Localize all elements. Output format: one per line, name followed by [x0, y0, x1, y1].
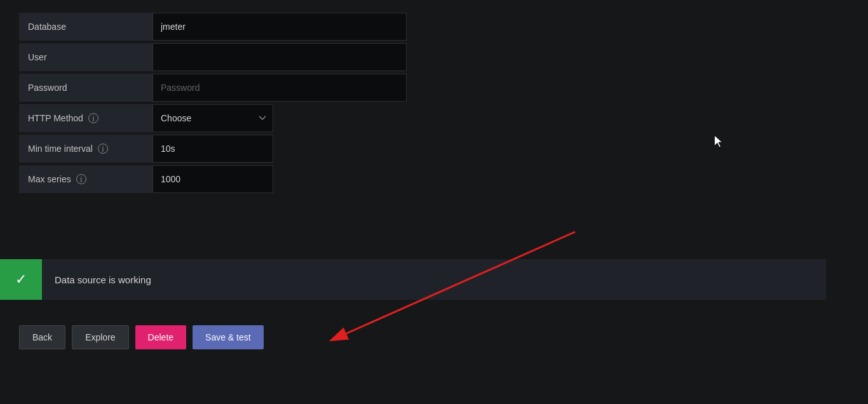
status-message: Data source is working [42, 259, 164, 300]
user-label-text: User [28, 52, 47, 62]
explore-button[interactable]: Explore [72, 325, 128, 349]
min-time-row: Min time interval i [19, 135, 426, 163]
max-series-info-icon[interactable]: i [76, 174, 86, 184]
http-method-label: HTTP Method i [19, 104, 153, 132]
max-series-input[interactable] [153, 165, 273, 193]
back-button[interactable]: Back [19, 325, 65, 349]
bottom-buttons: Back Explore Delete Save & test [0, 325, 868, 349]
save-test-button[interactable]: Save & test [193, 325, 264, 349]
http-method-label-text: HTTP Method [28, 113, 83, 123]
min-time-label-text: Min time interval [28, 144, 93, 154]
database-label: Database [19, 13, 153, 41]
password-label-text: Password [28, 83, 67, 93]
password-row: Password [19, 74, 426, 102]
main-content: Database User Password HTTP Method i Cho… [0, 0, 445, 208]
min-time-input[interactable] [153, 135, 273, 163]
database-row: Database [19, 13, 426, 41]
user-label: User [19, 43, 153, 71]
http-method-info-icon[interactable]: i [88, 113, 98, 123]
http-method-row: HTTP Method i Choose GET POST [19, 104, 426, 132]
database-label-text: Database [28, 22, 66, 32]
max-series-label-text: Max series [28, 174, 71, 184]
checkmark-icon: ✓ [15, 271, 27, 288]
user-row: User [19, 43, 426, 71]
database-input[interactable] [153, 13, 407, 41]
user-input[interactable] [153, 43, 407, 71]
status-bar: ✓ Data source is working [0, 259, 826, 300]
min-time-label: Min time interval i [19, 135, 153, 163]
delete-button[interactable]: Delete [135, 325, 186, 349]
min-time-info-icon[interactable]: i [98, 144, 108, 154]
password-input[interactable] [153, 74, 407, 102]
max-series-label: Max series i [19, 165, 153, 193]
status-text: Data source is working [55, 274, 151, 285]
max-series-row: Max series i [19, 165, 426, 193]
status-icon-box: ✓ [0, 259, 42, 300]
http-method-select[interactable]: Choose GET POST [153, 104, 273, 132]
password-label: Password [19, 74, 153, 102]
mouse-cursor [714, 135, 723, 148]
